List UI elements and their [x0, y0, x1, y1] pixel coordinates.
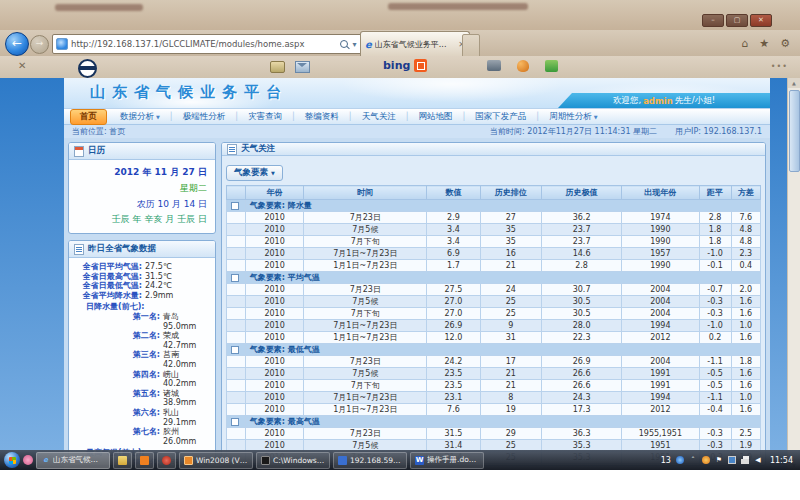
table-row[interactable]: 20107月1日~7月23日23.1824.31994-1.11.0	[227, 392, 761, 404]
table-row[interactable]: 20107月5候23.52126.61991-0.51.6	[227, 368, 761, 380]
taskbar-button-cmd[interactable]: C:\Windows\s...	[256, 452, 330, 469]
toolbar-close-icon[interactable]: ✕	[18, 60, 26, 71]
table-row[interactable]: 20107月5候27.02530.52004-0.31.6	[227, 296, 761, 308]
section-label: 气象要素: 降水量	[245, 200, 760, 212]
messenger-icon[interactable]	[676, 456, 684, 464]
toolbar-logo-icon[interactable]	[78, 59, 97, 78]
taskbar-button-vm[interactable]: Win2008 (VS2...	[179, 452, 253, 469]
cell: -1.0	[699, 248, 731, 260]
table-row[interactable]: 20107月23日2.92736.219742.87.6	[227, 212, 761, 224]
tools-gear-icon[interactable]: ⚙	[780, 37, 790, 50]
taskbar-button-orange[interactable]	[135, 452, 154, 469]
volume-icon[interactable]: ◀	[754, 456, 762, 464]
card-icon[interactable]	[270, 61, 285, 73]
taskbar-button-label: 192.168.59.99...	[350, 456, 402, 465]
cell: 2010	[245, 248, 304, 260]
taskbar-button-folder[interactable]	[113, 452, 132, 469]
nav-item-4[interactable]: 灾害查询	[239, 110, 291, 124]
close-icon[interactable]: ✕	[750, 14, 772, 27]
start-button[interactable]	[4, 452, 20, 468]
section-row[interactable]: 气象要素: 平均气温	[227, 272, 761, 284]
table-row[interactable]: 20107月5候3.43523.719901.84.8	[227, 224, 761, 236]
rank-value: 崂山 40.2mm	[163, 370, 212, 389]
section-row[interactable]: 气象要素: 最高气温	[227, 416, 761, 428]
nav-item-1[interactable]: 首页	[70, 109, 107, 125]
current-time-label: 当前时间: 2012年11月27日 11:14:31 星期二	[490, 126, 657, 137]
show-hidden-icons[interactable]: ˄	[689, 456, 697, 464]
nav-item-5[interactable]: 整编资料	[296, 110, 348, 124]
mail-icon[interactable]	[295, 61, 310, 73]
toolbar-more-icon[interactable]: •••	[771, 62, 788, 71]
action-center-flag-icon[interactable]: ⚑	[715, 456, 723, 464]
cell: 1.6	[731, 332, 760, 344]
home-icon[interactable]: ⌂	[741, 37, 748, 50]
section-checkbox-cell	[227, 416, 246, 428]
forward-button[interactable]: →	[30, 35, 49, 54]
cell: 2010	[245, 320, 304, 332]
screenshot-icon[interactable]	[487, 60, 501, 71]
table-row[interactable]: 20107月1日~7月23日6.91614.61957-1.02.3	[227, 248, 761, 260]
section-row[interactable]: 气象要素: 最低气温	[227, 344, 761, 356]
nav-item-3[interactable]: 极端性分析	[174, 110, 235, 124]
cell: 1.0	[731, 392, 760, 404]
paw-icon[interactable]	[517, 60, 529, 72]
table-row[interactable]: 20107月下旬27.02530.52004-0.31.6	[227, 308, 761, 320]
table-row[interactable]: 20101月1日~7月23日12.03122.320120.21.6	[227, 332, 761, 344]
nav-item-6[interactable]: 天气关注	[353, 110, 405, 124]
section-checkbox[interactable]	[231, 418, 239, 426]
chevron-down-icon[interactable]: ▾	[353, 40, 357, 49]
taskbar-button-media[interactable]	[157, 452, 176, 469]
word-icon: W	[415, 456, 424, 465]
scroll-up-icon[interactable]: ▲	[788, 78, 800, 88]
table-row[interactable]: 20107月下旬3.43523.719901.84.8	[227, 236, 761, 248]
rank-label: 第五名:	[72, 389, 160, 408]
stat-row: 全省日最低气温:24.2℃	[72, 281, 212, 291]
section-checkbox[interactable]	[231, 274, 239, 282]
row-checkbox-cell	[227, 284, 246, 296]
weather-panel-title: 天气关注	[241, 143, 275, 155]
background-window-artifact	[388, 3, 528, 10]
nav-item-8[interactable]: 国家下发产品	[466, 110, 535, 124]
search-icon[interactable]	[340, 40, 348, 48]
table-row[interactable]: 20101月1日~7月23日7.61917.32012-0.41.6	[227, 404, 761, 416]
favorites-star-icon[interactable]: ★	[759, 37, 769, 50]
nav-item-2[interactable]: 数据分析▼	[111, 110, 169, 124]
row-checkbox-cell	[227, 224, 246, 236]
browser-tab[interactable]: e 山东省气候业务平... ✕	[360, 31, 470, 57]
minimize-icon[interactable]: –	[702, 14, 724, 27]
section-row[interactable]: 气象要素: 降水量	[227, 200, 761, 212]
chevron-down-icon: ▼	[271, 170, 275, 176]
table-row[interactable]: 20107月23日27.52430.72004-0.72.0	[227, 284, 761, 296]
display-icon[interactable]	[728, 456, 736, 464]
nav-item-7[interactable]: 网站地图	[410, 110, 462, 124]
taskbar-button-remote[interactable]: 192.168.59.99...	[333, 452, 407, 469]
table-row[interactable]: 20107月23日31.52936.31955,1951-0.32.5	[227, 428, 761, 440]
taskbar-button-word[interactable]: W操作手册.docx ...	[410, 452, 484, 469]
bing-search-widget[interactable]: bing	[383, 59, 427, 72]
section-checkbox[interactable]	[231, 202, 239, 210]
new-tab-button[interactable]	[462, 34, 480, 58]
cell: 3.4	[427, 224, 480, 236]
vertical-scrollbar[interactable]: ▲ ▼	[787, 78, 800, 470]
cell: 2010	[245, 428, 304, 440]
table-row[interactable]: 20107月23日24.21726.92004-1.11.8	[227, 356, 761, 368]
nav-item-9[interactable]: 周期性分析▼	[540, 110, 606, 124]
address-bar[interactable]: http://192.168.137.1/GLCCLIMATE/modules/…	[52, 34, 398, 54]
section-checkbox[interactable]	[231, 346, 239, 354]
alert-icon[interactable]	[702, 456, 710, 464]
sharing-icon[interactable]	[545, 60, 558, 72]
bing-search-icon[interactable]	[414, 59, 427, 72]
taskbar-button-ie[interactable]: e山东省气候业务平...	[36, 452, 110, 469]
table-row[interactable]: 20107月下旬23.52126.61991-0.51.6	[227, 380, 761, 392]
element-filter-button[interactable]: 气象要素 ▼	[226, 165, 283, 181]
scrollbar-thumb[interactable]	[789, 90, 800, 172]
network-icon[interactable]	[741, 456, 749, 464]
cell: -0.1	[699, 260, 731, 272]
table-row[interactable]: 20107月1日~7月23日26.9928.01994-1.01.0	[227, 320, 761, 332]
maximize-icon[interactable]: ▢	[726, 14, 748, 27]
url-text[interactable]: http://192.168.137.1/GLCCLIMATE/modules/…	[71, 39, 337, 49]
back-button[interactable]: ←	[5, 32, 29, 56]
table-row[interactable]: 20101月1日~7月23日1.7212.81990-0.10.4	[227, 260, 761, 272]
clock[interactable]: 11:54	[770, 456, 793, 465]
taskbar-pinned-icon[interactable]	[23, 455, 33, 465]
